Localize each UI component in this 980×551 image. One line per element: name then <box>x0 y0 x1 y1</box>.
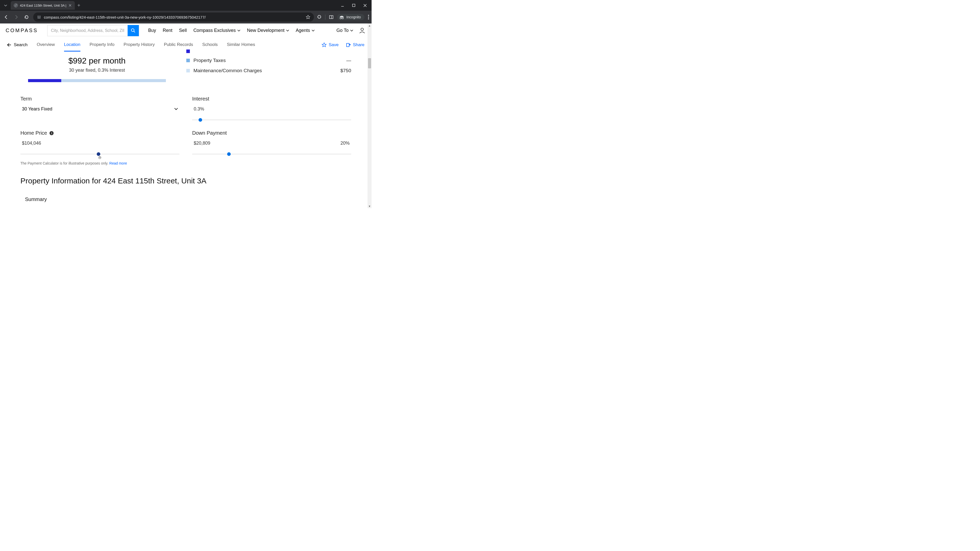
back-to-search[interactable]: Search <box>7 42 27 48</box>
svg-rect-6 <box>38 16 39 16</box>
url-text: compass.com/listing/424-east-115th-stree… <box>44 15 206 19</box>
home-price-slider[interactable] <box>21 151 180 157</box>
summary-label: Summary <box>21 197 351 202</box>
subnav-location[interactable]: Location <box>64 42 80 52</box>
subnav-public-records[interactable]: Public Records <box>164 42 193 48</box>
swatch-taxes-icon <box>186 59 190 62</box>
browser-menu-icon[interactable] <box>368 15 369 19</box>
slider-track <box>192 154 351 154</box>
window-close-button[interactable] <box>363 3 368 8</box>
home-price-label: Home Price i <box>21 130 180 136</box>
scroll-down-icon[interactable]: ▼ <box>368 204 372 208</box>
nav-agents[interactable]: Agents <box>296 28 315 33</box>
slider-thumb[interactable] <box>199 118 202 122</box>
new-tab-button[interactable]: + <box>75 3 83 8</box>
nav-agents-label: Agents <box>296 28 310 33</box>
back-button[interactable] <box>3 14 10 21</box>
chevron-down-icon <box>174 108 178 110</box>
share-icon <box>346 42 351 48</box>
profile-icon[interactable] <box>359 27 366 34</box>
svg-rect-8 <box>39 16 41 16</box>
side-panel-icon[interactable] <box>329 15 334 19</box>
interest-label: Interest <box>192 96 351 102</box>
scroll-up-icon[interactable]: ▲ <box>368 24 372 27</box>
back-label: Search <box>14 42 27 48</box>
incognito-badge[interactable]: Incognito <box>337 14 364 20</box>
nav-new-dev-label: New Development <box>247 28 285 33</box>
term-select[interactable]: 30 Years Fixed <box>21 104 180 114</box>
svg-point-13 <box>340 17 342 19</box>
info-icon[interactable]: i <box>49 131 54 135</box>
legend-principal-interest-clipped: Principal and Interest $242 <box>186 49 351 53</box>
chevron-down-icon <box>286 30 289 32</box>
window-minimize-button[interactable] <box>340 3 345 8</box>
nav-goto[interactable]: Go To <box>336 28 353 33</box>
forward-button[interactable] <box>13 14 20 21</box>
legend-maintenance: Maintenance/Common Charges $750 <box>186 68 351 73</box>
legend-maint-label: Maintenance/Common Charges <box>193 68 262 73</box>
subnav-property-history[interactable]: Property History <box>124 42 155 48</box>
home-price-input[interactable]: $104,046 <box>21 138 180 148</box>
svg-point-21 <box>361 28 363 30</box>
compass-logo[interactable]: COMPASS <box>6 27 38 33</box>
slider-thumb[interactable] <box>97 152 100 156</box>
svg-rect-11 <box>329 16 333 19</box>
window-maximize-button[interactable] <box>351 3 356 8</box>
read-more-link[interactable]: Read more <box>109 161 127 165</box>
bookmark-icon[interactable] <box>306 15 310 19</box>
search-button[interactable] <box>127 25 139 36</box>
svg-point-19 <box>131 29 134 32</box>
down-payment-label: Down Payment <box>192 130 351 136</box>
property-info-heading: Property Information for 424 East 115th … <box>21 176 351 185</box>
nav-buy[interactable]: Buy <box>148 28 156 33</box>
chevron-down-icon <box>4 3 7 7</box>
payment-subtitle: 30 year fixed, 0.3% Interest <box>21 68 173 73</box>
save-label: Save <box>329 42 339 48</box>
subnav-overview[interactable]: Overview <box>37 42 55 48</box>
tab-search-dropdown[interactable] <box>2 2 9 9</box>
address-bar[interactable]: compass.com/listing/424-east-115th-stree… <box>33 13 314 22</box>
search-icon <box>131 28 135 33</box>
nav-sell[interactable]: Sell <box>179 28 187 33</box>
page-scrollbar[interactable]: ▲ ▼ <box>368 24 372 208</box>
home-price-label-text: Home Price <box>21 130 47 136</box>
extensions-icon[interactable] <box>317 15 321 19</box>
reload-button[interactable] <box>23 14 30 21</box>
search-input[interactable] <box>48 28 127 33</box>
tab-close-icon[interactable]: ✕ <box>68 3 72 8</box>
chevron-down-icon <box>237 30 240 32</box>
browser-tab[interactable]: 424 East 115th Street, Unit 3A | ✕ <box>11 1 75 10</box>
subnav-property-info[interactable]: Property Info <box>89 42 115 48</box>
site-header: COMPASS Buy Rent Sell Compass Exclusives… <box>0 24 372 38</box>
svg-line-20 <box>134 31 135 32</box>
svg-point-16 <box>368 15 369 16</box>
term-label: Term <box>21 96 180 102</box>
interest-slider[interactable] <box>192 118 351 122</box>
legend-tax-value: — <box>346 58 351 63</box>
share-label: Share <box>353 42 364 48</box>
bar-principal-segment <box>28 79 61 82</box>
slider-thumb[interactable] <box>227 152 231 156</box>
disclaimer-text: The Payment Calculator is for illustrati… <box>21 161 109 165</box>
legend-tax-label: Property Taxes <box>193 58 226 63</box>
svg-rect-22 <box>347 43 349 47</box>
share-button[interactable]: Share <box>346 42 364 48</box>
down-payment-input[interactable]: $20,809 <box>192 138 212 148</box>
interest-input[interactable]: 0.3% <box>192 104 351 114</box>
site-info-icon[interactable] <box>37 15 41 19</box>
nav-rent[interactable]: Rent <box>163 28 172 33</box>
down-payment-pct-input[interactable]: 20% <box>339 138 351 148</box>
calculator-disclaimer: The Payment Calculator is for illustrati… <box>21 161 351 165</box>
scroll-thumb[interactable] <box>368 58 371 68</box>
legend-maint-value: $750 <box>340 68 351 73</box>
svg-point-17 <box>368 17 369 17</box>
subnav-similar-homes[interactable]: Similar Homes <box>227 42 255 48</box>
svg-rect-9 <box>39 17 41 17</box>
nav-new-development[interactable]: New Development <box>247 28 289 33</box>
subnav-schools[interactable]: Schools <box>202 42 218 48</box>
nav-exclusives[interactable]: Compass Exclusives <box>193 28 240 33</box>
down-payment-slider[interactable] <box>192 151 351 157</box>
chevron-down-icon <box>350 30 353 32</box>
save-button[interactable]: Save <box>321 42 339 48</box>
slider-track <box>192 120 351 120</box>
